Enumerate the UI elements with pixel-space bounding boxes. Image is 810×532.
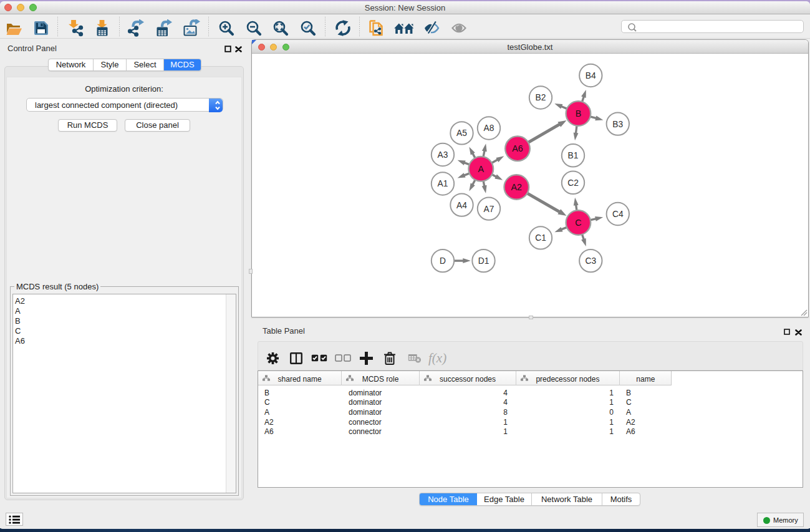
svg-text:A4: A4 bbox=[456, 201, 467, 210]
svg-text:D1: D1 bbox=[478, 256, 489, 266]
svg-text:B2: B2 bbox=[536, 93, 546, 102]
svg-text:A3: A3 bbox=[438, 150, 448, 160]
svg-text:B3: B3 bbox=[612, 120, 623, 129]
svg-text:A6: A6 bbox=[512, 143, 523, 153]
svg-text:C1: C1 bbox=[535, 233, 546, 243]
svg-text:A1: A1 bbox=[438, 179, 448, 188]
svg-text:A8: A8 bbox=[484, 123, 494, 133]
svg-text:C2: C2 bbox=[567, 178, 579, 188]
svg-text:C: C bbox=[575, 218, 581, 228]
svg-text:A5: A5 bbox=[456, 128, 467, 138]
svg-text:A7: A7 bbox=[484, 205, 494, 214]
svg-text:B1: B1 bbox=[568, 151, 579, 160]
svg-text:D: D bbox=[440, 256, 446, 266]
svg-text:A: A bbox=[478, 164, 485, 174]
svg-text:B: B bbox=[576, 109, 582, 118]
svg-text:A2: A2 bbox=[511, 182, 523, 192]
svg-text:C4: C4 bbox=[612, 210, 624, 219]
svg-text:B4: B4 bbox=[586, 71, 596, 80]
svg-text:C3: C3 bbox=[585, 256, 596, 266]
